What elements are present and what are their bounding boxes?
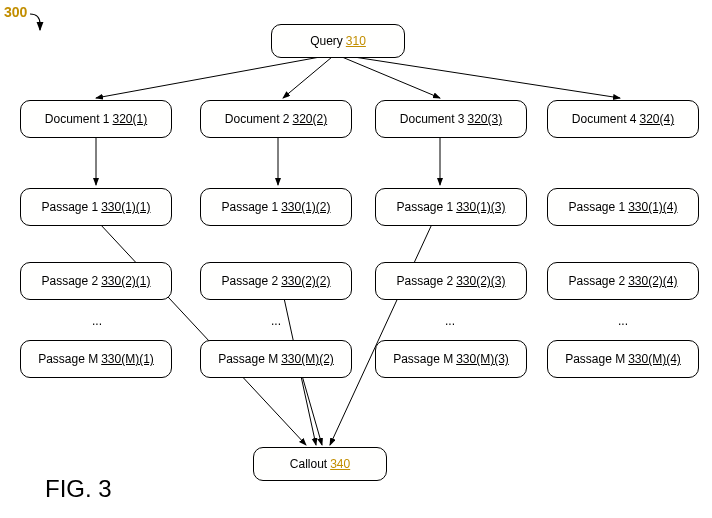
ellipsis-c3: ... (445, 314, 455, 328)
svg-line-1 (283, 57, 332, 98)
node-passage-1-c2: Passage 1 330(1)(2) (200, 188, 352, 226)
node-document-3: Document 3 320(3) (375, 100, 527, 138)
node-passage-2-c2: Passage 2 330(2)(2) (200, 262, 352, 300)
doc2-ref: 320(2) (290, 112, 328, 126)
ellipsis-c4: ... (618, 314, 628, 328)
ellipsis-c2: ... (271, 314, 281, 328)
figure-ref-300: 300 (4, 4, 27, 20)
node-query: Query 310 (271, 24, 405, 58)
query-label: Query (310, 34, 343, 48)
node-document-1: Document 1 320(1) (20, 100, 172, 138)
edges-layer (0, 0, 712, 518)
node-passage-2-c3: Passage 2 330(2)(3) (375, 262, 527, 300)
node-passage-m-c1: Passage M 330(M)(1) (20, 340, 172, 378)
doc3-label: Document 3 (400, 112, 465, 126)
doc3-ref: 320(3) (465, 112, 503, 126)
svg-line-10 (330, 224, 432, 445)
node-passage-1-c4: Passage 1 330(1)(4) (547, 188, 699, 226)
node-passage-2-c1: Passage 2 330(2)(1) (20, 262, 172, 300)
svg-line-0 (96, 57, 320, 98)
doc2-label: Document 2 (225, 112, 290, 126)
svg-line-2 (342, 57, 440, 98)
svg-line-3 (354, 57, 620, 98)
doc4-ref: 320(4) (637, 112, 675, 126)
doc1-label: Document 1 (45, 112, 110, 126)
callout-ref: 340 (327, 457, 350, 471)
callout-label: Callout (290, 457, 327, 471)
node-passage-m-c2: Passage M 330(M)(2) (200, 340, 352, 378)
node-document-4: Document 4 320(4) (547, 100, 699, 138)
node-passage-m-c4: Passage M 330(M)(4) (547, 340, 699, 378)
node-document-2: Document 2 320(2) (200, 100, 352, 138)
node-passage-2-c4: Passage 2 330(2)(4) (547, 262, 699, 300)
doc1-ref: 320(1) (110, 112, 148, 126)
node-callout: Callout 340 (253, 447, 387, 481)
node-passage-1-c1: Passage 1 330(1)(1) (20, 188, 172, 226)
svg-line-9 (301, 372, 322, 445)
svg-line-7 (100, 224, 306, 445)
ellipsis-c1: ... (92, 314, 102, 328)
figure-label: FIG. 3 (45, 475, 112, 503)
query-ref: 310 (343, 34, 366, 48)
node-passage-1-c3: Passage 1 330(1)(3) (375, 188, 527, 226)
doc4-label: Document 4 (572, 112, 637, 126)
node-passage-m-c3: Passage M 330(M)(3) (375, 340, 527, 378)
